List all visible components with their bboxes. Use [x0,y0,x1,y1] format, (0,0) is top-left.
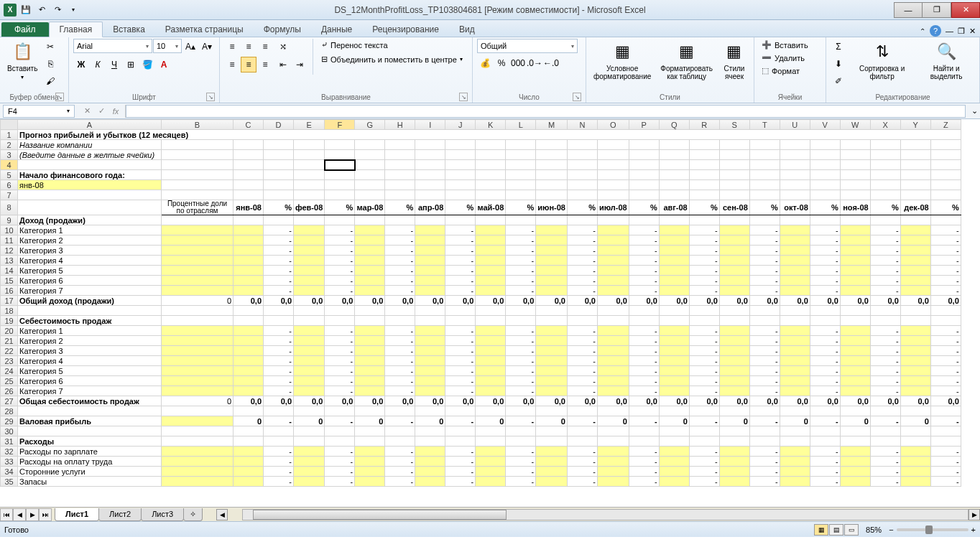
total-cell[interactable]: 0,0 [597,396,629,406]
category-label[interactable]: Категория 1 [18,326,162,336]
cell[interactable] [234,426,264,436]
cell[interactable] [567,306,597,316]
input-cell[interactable] [415,235,445,246]
pct-cell[interactable]: - [810,246,840,256]
input-cell[interactable] [659,235,689,246]
pct-cell[interactable]: - [930,346,961,356]
input-cell[interactable] [294,386,325,396]
cell[interactable] [900,426,930,436]
gross-cell[interactable]: 0 [840,416,870,426]
hscroll-right[interactable]: ▶ [969,509,980,520]
input-cell[interactable] [719,467,749,477]
pct-cell[interactable]: - [810,346,840,356]
cell[interactable] [749,316,780,326]
category-label[interactable]: Категория 6 [18,276,162,286]
cell[interactable] [629,150,659,160]
paste-button[interactable]: 📋 Вставить ▾ [4,39,40,82]
cell[interactable] [900,140,930,150]
pct-cell[interactable]: - [445,225,476,235]
cell[interactable] [415,140,445,150]
font-name-combo[interactable]: Arial▾ [73,39,152,53]
accounting-format-button[interactable]: 💰 [477,55,493,71]
indent-decrease-button[interactable]: ⇤ [275,57,291,73]
input-cell[interactable] [476,386,506,396]
pct-cell[interactable]: - [506,477,536,487]
title-cell[interactable]: Прогноз прибылей и убытков (12 месяцев) [18,130,961,140]
cell[interactable] [719,316,749,326]
cell[interactable] [870,316,900,326]
pct-cell[interactable]: - [567,286,597,296]
pct-header[interactable]: % [264,200,294,215]
percent-share-header[interactable]: Процентные долипо отраслям [162,200,234,215]
sheet-nav-next[interactable]: ▶ [26,508,39,521]
input-cell[interactable] [597,346,629,356]
input-cell[interactable] [294,326,325,336]
input-cell[interactable] [294,246,325,256]
row-header-30[interactable]: 30 [1,426,18,436]
gross-pct-cell[interactable]: - [506,416,536,426]
cell[interactable] [355,150,385,160]
input-cell[interactable] [659,276,689,286]
input-cell[interactable] [355,346,385,356]
input-cell[interactable] [840,256,870,266]
cell[interactable] [900,406,930,416]
pct-cell[interactable]: - [506,386,536,396]
pct-cell[interactable]: - [810,457,840,467]
row-header-8[interactable]: 8 [1,200,18,215]
cell[interactable] [355,180,385,190]
input-cell[interactable] [294,477,325,487]
pct-cell[interactable]: - [930,326,961,336]
cell[interactable] [415,150,445,160]
cell[interactable] [294,316,325,326]
cell[interactable] [900,306,930,316]
cell[interactable] [476,140,506,150]
input-cell[interactable] [536,286,568,296]
pct-cell[interactable]: - [629,326,659,336]
input-cell[interactable] [536,477,568,487]
input-cell[interactable] [294,235,325,246]
fill-button[interactable]: ⬇ [831,56,846,72]
cell[interactable] [597,215,629,225]
cell[interactable] [719,140,749,150]
category-label[interactable]: Категория 7 [18,286,162,296]
input-cell[interactable] [234,225,264,235]
pct-cell[interactable]: - [930,457,961,467]
input-cell[interactable] [415,447,445,457]
pct-cell[interactable]: - [810,366,840,376]
input-cell[interactable] [659,326,689,336]
cell[interactable] [415,316,445,326]
total-cell[interactable]: 0,0 [659,396,689,406]
pct-cell[interactable]: - [385,276,415,286]
input-cell[interactable] [597,467,629,477]
input-cell[interactable] [536,356,568,366]
pct-cell[interactable]: - [264,376,294,386]
tab-data[interactable]: Данные [311,22,362,37]
input-cell[interactable] [719,386,749,396]
cell[interactable] [506,190,536,200]
pct-cell[interactable]: - [506,286,536,296]
input-cell[interactable] [780,235,810,246]
cell[interactable] [930,180,961,190]
gross-cell[interactable]: 0 [355,416,385,426]
pct-cell[interactable]: - [506,235,536,246]
cell[interactable] [355,140,385,150]
pct-cell[interactable]: - [325,326,355,336]
input-cell[interactable] [536,256,568,266]
sheet-tab-3[interactable]: Лист3 [141,508,184,521]
input-cell[interactable] [719,477,749,487]
cell[interactable] [325,150,355,160]
cell[interactable] [294,436,325,447]
input-cell[interactable] [355,246,385,256]
cell[interactable] [445,215,476,225]
cell[interactable] [355,170,385,180]
cell[interactable] [810,180,840,190]
cell[interactable] [264,306,294,316]
pct-cell[interactable]: - [385,256,415,266]
input-cell[interactable] [659,457,689,467]
total-cell[interactable]: 0,0 [840,296,870,306]
row-header-22[interactable]: 22 [1,346,18,356]
input-cell[interactable] [476,276,506,286]
row-header-25[interactable]: 25 [1,376,18,386]
gross-cell[interactable]: 0 [900,416,930,426]
input-cell[interactable] [719,225,749,235]
